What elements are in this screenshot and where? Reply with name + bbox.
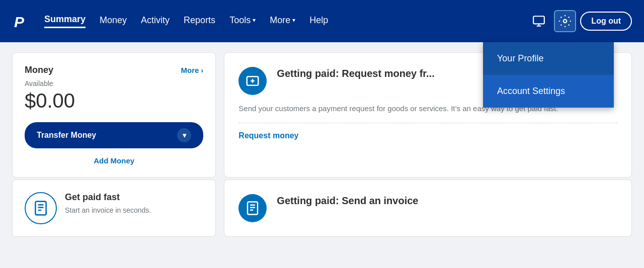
get-paid-fast-text: Get paid fast Start an invoice in second… (65, 192, 151, 216)
get-paid-fast-card: Get paid fast Start an invoice in second… (12, 180, 216, 237)
header-actions: Log out (528, 10, 632, 32)
nav-money[interactable]: Money (100, 15, 127, 28)
money-card-more-link[interactable]: More › (181, 66, 203, 74)
request-card-title: Getting paid: Request money fr... (277, 67, 434, 80)
nav-tools[interactable]: Tools ▾ (229, 15, 256, 28)
more-arrow-icon: › (201, 66, 203, 74)
messages-button[interactable] (528, 10, 550, 32)
nav-reports[interactable]: Reports (184, 15, 215, 28)
card-divider (238, 123, 617, 123)
available-label: Available (25, 79, 203, 87)
logout-button[interactable]: Log out (580, 12, 632, 31)
request-money-icon-circle (238, 67, 267, 95)
send-invoice-card: Getting paid: Send an invoice (224, 180, 632, 237)
dropdown-account-settings[interactable]: Account Settings (483, 75, 614, 108)
more-chevron-icon: ▾ (292, 17, 295, 24)
main-nav: Summary Money Activity Reports Tools ▾ M… (44, 14, 528, 28)
header: P Summary Money Activity Reports Tools ▾… (0, 0, 644, 42)
invoice-card-title: Getting paid: Send an invoice (277, 194, 418, 207)
money-card: Money More › Available $0.00 Transfer Mo… (12, 52, 216, 177)
get-paid-fast-desc: Start an invoice in seconds. (65, 206, 151, 216)
dropdown-your-profile[interactable]: Your Profile (483, 42, 614, 75)
transfer-money-button[interactable]: Transfer Money ▾ (25, 122, 203, 148)
request-money-link[interactable]: Request money (238, 131, 298, 140)
settings-button[interactable] (554, 10, 576, 32)
invoice-outline-icon (25, 192, 57, 224)
nav-more[interactable]: More ▾ (270, 15, 295, 28)
nav-help[interactable]: Help (309, 15, 328, 28)
add-money-link[interactable]: Add Money (25, 156, 203, 165)
paypal-logo: P (12, 11, 32, 31)
money-card-title: Money (25, 65, 53, 75)
nav-summary[interactable]: Summary (44, 14, 86, 28)
invoice-icon-circle (238, 194, 267, 222)
nav-activity[interactable]: Activity (141, 15, 170, 28)
bottom-content: Get paid fast Start an invoice in second… (0, 180, 644, 247)
money-card-header: Money More › (25, 65, 203, 75)
settings-dropdown: Your Profile Account Settings (483, 42, 614, 108)
balance-amount: $0.00 (25, 90, 203, 112)
transfer-chevron-icon: ▾ (177, 128, 191, 142)
svg-point-2 (564, 20, 567, 23)
svg-text:P: P (14, 14, 25, 30)
get-paid-fast-title: Get paid fast (65, 192, 151, 203)
svg-rect-1 (534, 16, 545, 24)
tools-chevron-icon: ▾ (253, 17, 256, 24)
